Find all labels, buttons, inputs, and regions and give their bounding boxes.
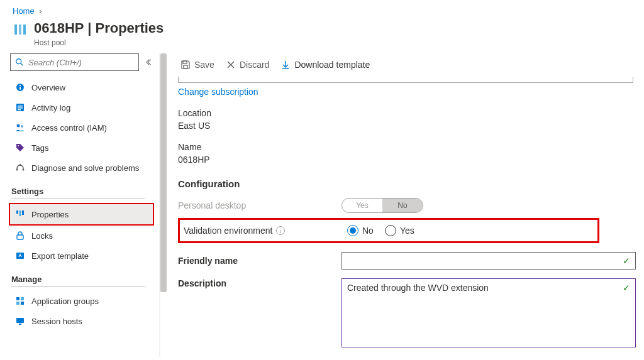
validation-environment-radios: No Yes	[347, 225, 594, 236]
description-label: Description	[178, 278, 226, 288]
sidebar-item-label: Tags	[31, 143, 48, 153]
svg-rect-6	[19, 85, 21, 86]
discard-label: Discard	[240, 60, 269, 70]
svg-point-12	[17, 124, 20, 128]
sidebar-item-activity-log[interactable]: Activity log	[10, 97, 157, 117]
validation-yes-radio[interactable]: Yes	[385, 225, 414, 236]
resource-type: Host pool	[34, 38, 164, 47]
sidebar-item-label: Properties	[31, 210, 69, 219]
sidebar-item-label: Application groups	[31, 297, 99, 306]
sidebar: Overview Activity log Access control (IA…	[0, 53, 157, 357]
discard-button[interactable]: Discard	[223, 58, 272, 71]
sidebar-item-access-control[interactable]: Access control (IAM)	[10, 117, 157, 138]
svg-rect-17	[19, 164, 21, 166]
svg-rect-29	[183, 61, 187, 63]
hostpool-icon	[13, 22, 28, 37]
friendly-name-input[interactable]: ✓	[341, 252, 636, 270]
activity-log-icon	[15, 102, 25, 112]
svg-rect-7	[19, 87, 21, 90]
diagnose-icon	[15, 163, 25, 173]
validation-environment-highlight: Validation environment i No Yes	[178, 218, 599, 243]
info-icon[interactable]: i	[276, 226, 285, 235]
access-control-icon	[15, 123, 25, 133]
breadcrumb-home[interactable]: Home	[13, 6, 35, 16]
description-input[interactable]: Created through the WVD extension ✓	[341, 278, 636, 347]
friendly-name-label: Friendly name	[178, 256, 238, 266]
divider	[11, 286, 145, 287]
search-input-wrap[interactable]	[10, 53, 139, 71]
svg-rect-2	[23, 25, 26, 35]
svg-rect-10	[18, 107, 23, 109]
svg-rect-11	[18, 109, 21, 111]
scrollbar-thumb[interactable]	[160, 53, 167, 292]
sidebar-item-session-hosts[interactable]: Session hosts	[10, 311, 157, 331]
personal-desktop-label: Personal desktop	[178, 200, 341, 210]
svg-point-14	[18, 145, 19, 146]
sidebar-item-label: Activity log	[31, 103, 70, 112]
sidebar-item-locks[interactable]: Locks	[10, 226, 157, 246]
save-button[interactable]: Save	[178, 58, 217, 71]
subscription-field[interactable]	[178, 77, 633, 83]
sidebar-item-label: Locks	[31, 231, 53, 241]
sidebar-section-settings: Settings	[10, 187, 157, 196]
sidebar-item-label: Session hosts	[31, 317, 82, 326]
svg-rect-18	[16, 210, 18, 214]
page-header: 0618HP | Properties Host pool	[0, 19, 644, 53]
sidebar-scrollbar[interactable]	[159, 53, 160, 357]
svg-rect-0	[14, 25, 17, 35]
svg-rect-26	[21, 302, 24, 305]
svg-rect-21	[17, 235, 23, 239]
collapse-sidebar-button[interactable]	[143, 55, 157, 69]
sidebar-item-tags[interactable]: Tags	[10, 138, 157, 158]
check-icon: ✓	[623, 256, 630, 266]
sidebar-item-label: Export template	[31, 251, 89, 261]
sidebar-item-application-groups[interactable]: Application groups	[10, 291, 157, 311]
personal-desktop-no: No	[382, 199, 423, 212]
check-icon: ✓	[623, 283, 630, 293]
svg-rect-25	[16, 302, 19, 305]
sidebar-item-label: Access control (IAM)	[31, 123, 107, 133]
radio-label: No	[362, 226, 374, 236]
download-label: Download template	[294, 60, 370, 70]
properties-icon	[15, 209, 25, 219]
svg-rect-23	[16, 297, 19, 300]
search-icon	[14, 57, 25, 67]
search-input[interactable]	[28, 58, 135, 67]
sidebar-item-export-template[interactable]: Export template	[10, 246, 157, 266]
application-groups-icon	[15, 296, 25, 306]
breadcrumb: Home ›	[0, 0, 644, 19]
svg-point-3	[16, 59, 21, 64]
location-label: Location	[178, 108, 639, 118]
sidebar-item-label: Overview	[31, 83, 65, 92]
save-icon	[180, 60, 191, 70]
svg-line-4	[21, 63, 23, 66]
personal-desktop-yes: Yes	[342, 199, 382, 212]
svg-rect-30	[184, 65, 187, 68]
sidebar-item-diagnose[interactable]: Diagnose and solve problems	[10, 158, 157, 178]
svg-point-15	[16, 169, 18, 171]
description-value: Created through the WVD extension	[347, 283, 489, 293]
svg-rect-27	[16, 318, 24, 323]
download-template-button[interactable]: Download template	[278, 58, 372, 71]
toolbar: Save Discard Download template	[160, 53, 644, 77]
svg-rect-1	[19, 25, 21, 35]
svg-point-13	[21, 125, 23, 128]
change-subscription-link[interactable]: Change subscription	[178, 87, 639, 97]
personal-desktop-toggle: Yes No	[341, 198, 423, 213]
name-label: Name	[178, 142, 639, 152]
page-title: 0618HP | Properties	[34, 19, 164, 37]
discard-icon	[226, 60, 236, 70]
sidebar-item-overview[interactable]: Overview	[10, 77, 157, 97]
svg-rect-19	[19, 210, 21, 216]
tags-icon	[15, 143, 25, 153]
sidebar-item-properties[interactable]: Properties	[9, 203, 154, 226]
radio-label: Yes	[400, 226, 414, 236]
validation-no-radio[interactable]: No	[347, 225, 374, 236]
properties-panel: Change subscription Location East US Nam…	[160, 77, 644, 357]
export-template-icon	[15, 251, 25, 261]
download-icon	[280, 60, 291, 70]
chevron-right-icon: ›	[39, 6, 42, 16]
svg-rect-22	[16, 253, 24, 259]
overview-icon	[15, 82, 25, 92]
session-hosts-icon	[15, 316, 25, 326]
